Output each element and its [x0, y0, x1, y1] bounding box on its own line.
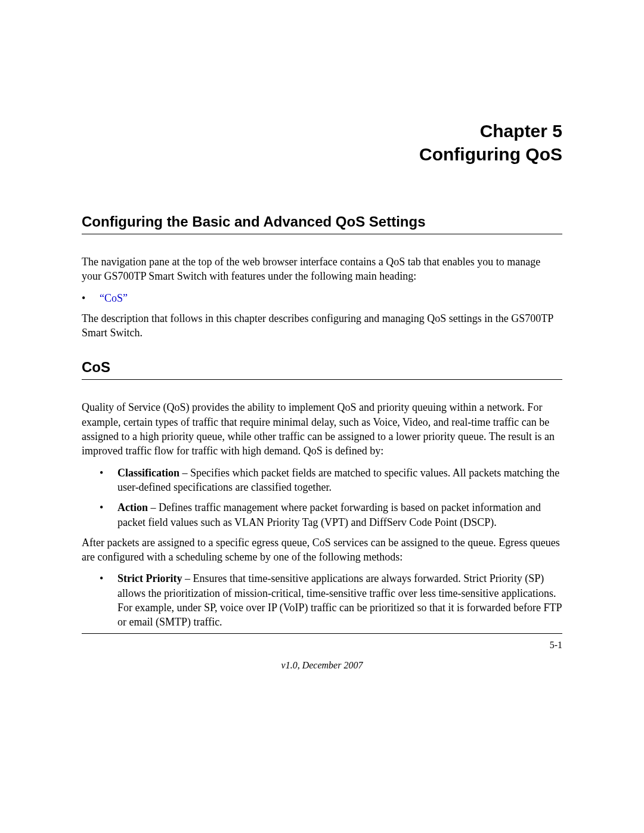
bullet-cos-link-row: • “CoS” [82, 291, 562, 305]
bullet-marker: • [100, 500, 117, 515]
intro-paragraph: The navigation pane at the top of the we… [82, 255, 562, 284]
term-action: Action [117, 501, 148, 513]
text-strict-priority: – Ensures that time-sensitive applicatio… [117, 572, 562, 628]
bullet-content: Classification – Specifies which packet … [117, 466, 562, 495]
cos-link[interactable]: “CoS” [100, 292, 128, 304]
bullet-action-row: • Action – Defines traffic management wh… [82, 500, 562, 529]
bullet-content: Strict Priority – Ensures that time-sens… [117, 571, 562, 629]
bullet-marker: • [82, 291, 100, 305]
bullet-content: Action – Defines traffic management wher… [117, 500, 562, 529]
page-number: 5-1 [82, 640, 562, 651]
bullet-marker: • [100, 571, 117, 586]
bullet-content: “CoS” [100, 291, 562, 305]
description-paragraph: The description that follows in this cha… [82, 311, 562, 340]
term-classification: Classification [117, 467, 179, 479]
text-action: – Defines traffic management where packe… [117, 501, 541, 528]
egress-paragraph: After packets are assigned to a specific… [82, 535, 562, 565]
chapter-title: Configuring QoS [82, 143, 562, 166]
term-strict-priority: Strict Priority [117, 572, 182, 584]
bullet-strict-priority-row: • Strict Priority – Ensures that time-se… [82, 571, 562, 629]
chapter-number: Chapter 5 [82, 119, 562, 143]
document-page: Chapter 5 Configuring QoS Configuring th… [0, 0, 644, 630]
bullet-classification-row: • Classification – Specifies which packe… [82, 466, 562, 495]
subsection-heading-cos: CoS [82, 359, 562, 380]
version-line: v1.0, December 2007 [82, 660, 562, 671]
cos-intro-paragraph: Quality of Service (QoS) provides the ab… [82, 400, 562, 458]
bullet-marker: • [100, 466, 117, 480]
text-classification: – Specifies which packet fields are matc… [117, 467, 559, 493]
chapter-header: Chapter 5 Configuring QoS [82, 119, 562, 166]
page-footer: 5-1 v1.0, December 2007 [82, 633, 562, 671]
section-heading-basic-advanced: Configuring the Basic and Advanced QoS S… [82, 213, 562, 234]
